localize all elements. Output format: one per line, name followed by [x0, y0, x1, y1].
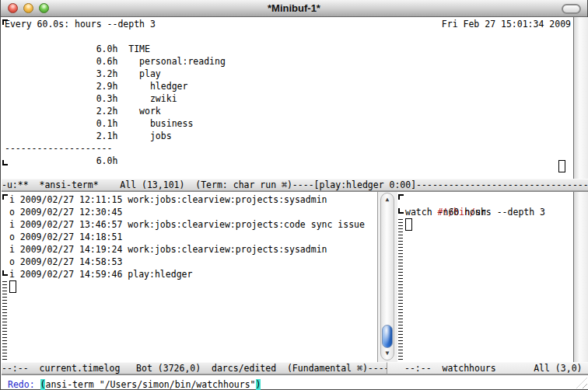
timelog-entries-text: i 2009/02/27 12:11:15 work:jobs:clearvie…: [9, 193, 365, 280]
minibuffer-prompt: Redo:: [8, 379, 40, 390]
zoom-button-icon[interactable]: [39, 3, 49, 13]
modeline-ansi-term[interactable]: -u:** *ansi-term* All (13,101) (Term: ch…: [2, 179, 588, 192]
empty-lines-indicator-icon: [398, 219, 403, 362]
watchhours-buffer-pane[interactable]: #!/bin/sh watch -n60 hours --depth 3: [397, 192, 573, 362]
window-title: *Minibuf-1*: [1, 0, 587, 16]
watch-invocation-line: watch -n60 hours --depth 3: [405, 206, 545, 218]
timelog-scrollbar-thumb[interactable]: [382, 325, 393, 348]
emacs-window: *Minibuf-1* Every 60.0s: hours --depth 3…: [0, 0, 588, 390]
inactive-terminal-cursor: [558, 160, 565, 172]
script-inactive-cursor: [405, 218, 412, 231]
watch-header-line: Every 60.0s: hours --depth 3 Fri Feb 27 …: [2, 17, 573, 30]
timelog-buffer-pane[interactable]: i 2009/02/27 12:11:15 work:jobs:clearvie…: [2, 192, 377, 362]
modeline-ansi-term-text: -u:** *ansi-term* All (13,101) (Term: ch…: [2, 179, 588, 191]
buffer-bottom-angle-icon: [2, 270, 8, 276]
minibuffer-input[interactable]: Redo: (ansi-term "/Users/simon/bin/watch…: [2, 375, 588, 389]
close-button-icon[interactable]: [8, 3, 18, 13]
minimize-button-icon[interactable]: [23, 3, 33, 13]
timelog-scrollbar-gutter[interactable]: ▲ ▼: [377, 192, 397, 362]
buffer-bottom-angle-icon: [2, 160, 8, 165]
watchhours-scrollbar-track[interactable]: [573, 192, 588, 362]
window-resize-grip[interactable]: [576, 378, 587, 388]
modeline-timelog[interactable]: --:-- current.timelog Bot (3726,0) darcs…: [2, 362, 387, 375]
minibuffer-cursor-on-close-paren: ): [256, 379, 261, 390]
buffer-top-angle-icon: [398, 194, 404, 200]
timelog-scrollbar-track[interactable]: ▲ ▼: [380, 193, 394, 360]
buffer-top-angle-icon: [2, 194, 8, 200]
modeline-watchhours[interactable]: --:-- watchhours All (3,0): [387, 362, 588, 375]
watch-command-text: Every 60.0s: hours --depth 3: [5, 18, 156, 30]
hours-report-text: 6.0h TIME 0.6h personal:reading 3.2h pla…: [5, 30, 226, 167]
empty-lines-indicator-icon: [2, 281, 7, 362]
buffer-bottom-angle-icon: [398, 208, 404, 214]
toolbar-toggle-pill-button[interactable]: [562, 4, 581, 14]
minibuffer-command-text: ansi-term "/Users/simon/bin/watchhours": [45, 379, 255, 390]
modeline-watchhours-text: --:-- watchhours All (3,0): [387, 363, 588, 374]
watch-timestamp: Fri Feb 27 15:01:34 2009: [442, 18, 571, 30]
buffer-top-angle-icon: [2, 19, 8, 25]
titlebar[interactable]: *Minibuf-1*: [1, 0, 587, 17]
timelog-inactive-cursor: [9, 280, 16, 293]
scrollbar-down-arrow-icon[interactable]: ▼: [381, 349, 394, 358]
ansi-term-buffer-pane[interactable]: Every 60.0s: hours --depth 3 Fri Feb 27 …: [2, 17, 573, 179]
ansi-term-scrollbar-track[interactable]: [573, 17, 588, 179]
scrollbar-up-arrow-icon[interactable]: ▲: [381, 195, 394, 204]
modeline-timelog-text: --:-- current.timelog Bot (3726,0) darcs…: [2, 363, 387, 374]
